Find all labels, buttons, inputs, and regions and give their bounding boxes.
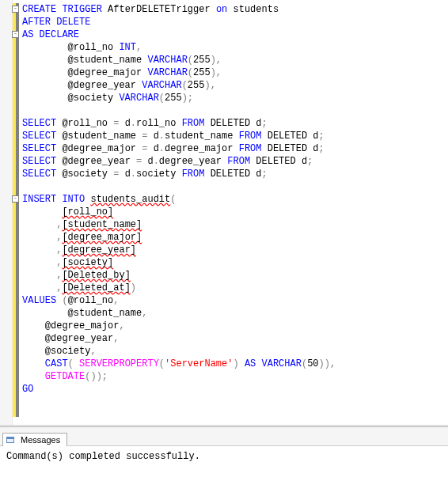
code-token: VARCHAR [147, 55, 187, 66]
code-token: ), [204, 80, 215, 91]
code-token: VALUES [22, 295, 56, 306]
code-token: CAST [45, 358, 68, 369]
collapse-toggle[interactable]: - [12, 195, 19, 203]
code-token: GO [22, 384, 33, 395]
code-token: d [147, 131, 158, 142]
code-line[interactable]: @student_name, [22, 307, 448, 320]
code-token: @society [22, 93, 119, 104]
code-token: DELETED d [204, 169, 261, 180]
code-token: DELETED d [262, 143, 319, 154]
collapse-guide [16, 3, 19, 417]
code-token: d [119, 118, 130, 129]
code-area[interactable]: CREATE TRIGGER AfterDELETETrigger on stu… [22, 3, 448, 396]
code-line[interactable]: ,[Deleted_by] [22, 269, 448, 282]
code-token: @degree_major [22, 320, 119, 331]
code-token: @student_name [56, 131, 142, 142]
messages-tab[interactable]: Messages [2, 433, 67, 446]
code-token: [Deleted_by] [62, 270, 130, 281]
code-token: ( [170, 194, 176, 205]
code-token: ) [131, 282, 136, 294]
code-line[interactable]: AFTER DELETE [22, 16, 448, 28]
code-token: @roll_no [68, 295, 114, 306]
code-token: FROM [239, 131, 262, 142]
code-token: @society [56, 169, 113, 180]
messages-tab-label: Messages [21, 435, 60, 445]
code-token: d [119, 169, 130, 180]
code-line[interactable]: AS DECLARE [22, 28, 448, 41]
code-token: TRIGGER [62, 4, 101, 15]
code-token: degree_major [165, 143, 239, 154]
code-token: on [216, 4, 227, 15]
code-token: VARCHAR [119, 93, 158, 104]
code-token: 50 [307, 358, 318, 369]
code-token [22, 257, 56, 268]
code-line[interactable]: @society, [22, 345, 448, 358]
code-token [22, 282, 56, 294]
messages-icon [6, 435, 17, 445]
code-token: d [142, 156, 153, 167]
code-token [256, 358, 261, 369]
code-line[interactable]: ,[degree_major] [22, 231, 448, 244]
code-line[interactable]: ,[student_name] [22, 218, 448, 231]
code-token: student_name [165, 131, 239, 142]
code-line[interactable]: GETDATE()); [22, 370, 448, 383]
code-token: ; [261, 169, 267, 180]
code-token: FROM [182, 169, 205, 180]
collapse-toggle[interactable]: - [12, 31, 19, 38]
code-line[interactable]: CREATE TRIGGER AfterDELETETrigger on stu… [22, 3, 448, 16]
code-line[interactable]: @degree_major VARCHAR(255), [22, 66, 448, 79]
code-token: DELETED d [250, 156, 307, 167]
code-line[interactable]: @student_name VARCHAR(255), [22, 54, 448, 66]
code-token: , [119, 320, 124, 331]
code-token: AfterDELETETrigger [102, 4, 216, 15]
collapse-toggle[interactable]: - [12, 6, 19, 13]
code-line[interactable]: SELECT @student_name = d.student_name FR… [22, 130, 448, 142]
code-token: FROM [182, 118, 205, 129]
code-line[interactable]: ,[society] [22, 256, 448, 269]
code-token: @degree_major [22, 67, 147, 78]
code-line[interactable]: @roll_no INT, [22, 41, 448, 54]
code-token: , [142, 308, 147, 319]
code-line[interactable]: ,[Deleted_at]) [22, 282, 448, 294]
code-token [22, 206, 62, 218]
code-token: INT [119, 42, 136, 53]
code-token: . [159, 143, 165, 154]
code-line[interactable]: @degree_year, [22, 332, 448, 345]
change-marker [13, 3, 16, 417]
code-line[interactable]: INSERT INTO students_audit( [22, 193, 448, 206]
code-token: [degree_year] [62, 244, 136, 256]
code-line[interactable]: SELECT @roll_no = d.roll_no FROM DELETED… [22, 117, 448, 130]
code-line[interactable]: @degree_major, [22, 320, 448, 332]
code-line[interactable]: @society VARCHAR(255); [22, 92, 448, 104]
messages-pane: Messages Command(s) completed successful… [0, 426, 448, 480]
code-token: DELETED d [262, 131, 319, 142]
code-line[interactable]: CAST( SERVERPROPERTY('ServerName') AS VA… [22, 358, 448, 370]
code-line[interactable]: VALUES (@roll_no, [22, 294, 448, 307]
code-line[interactable]: GO [22, 383, 448, 396]
code-token [22, 232, 56, 243]
code-token: 255 [193, 67, 211, 78]
code-token: @degree_year [22, 80, 142, 91]
code-token: SERVERPROPERTY [79, 358, 159, 369]
code-token: FROM [227, 156, 250, 167]
code-line[interactable]: SELECT @degree_major = d.degree_major FR… [22, 142, 448, 155]
code-line[interactable] [22, 104, 448, 117]
code-token: [Deleted_at] [62, 282, 130, 294]
code-line[interactable] [22, 180, 448, 193]
code-line[interactable]: SELECT @degree_year = d.degree_year FROM… [22, 155, 448, 168]
code-line[interactable]: [roll_no] [22, 206, 448, 218]
code-token: CREATE [22, 4, 56, 15]
code-token: ( [182, 80, 188, 91]
code-token: @degree_year [22, 333, 113, 344]
code-line[interactable]: SELECT @society = d.society FROM DELETED… [22, 168, 448, 180]
code-line[interactable]: ,[degree_year] [22, 244, 448, 256]
code-token: . [154, 156, 159, 167]
code-token: SELECT [22, 156, 56, 167]
code-token: SELECT [22, 131, 56, 142]
code-token: ), [211, 55, 222, 66]
sql-editor-pane[interactable]: CREATE TRIGGER AfterDELETETrigger on stu… [0, 0, 448, 426]
code-token [22, 244, 56, 256]
code-line[interactable]: @degree_year VARCHAR(255), [22, 79, 448, 92]
code-token: [society] [62, 257, 113, 268]
results-tab-bar: Messages [0, 427, 448, 446]
